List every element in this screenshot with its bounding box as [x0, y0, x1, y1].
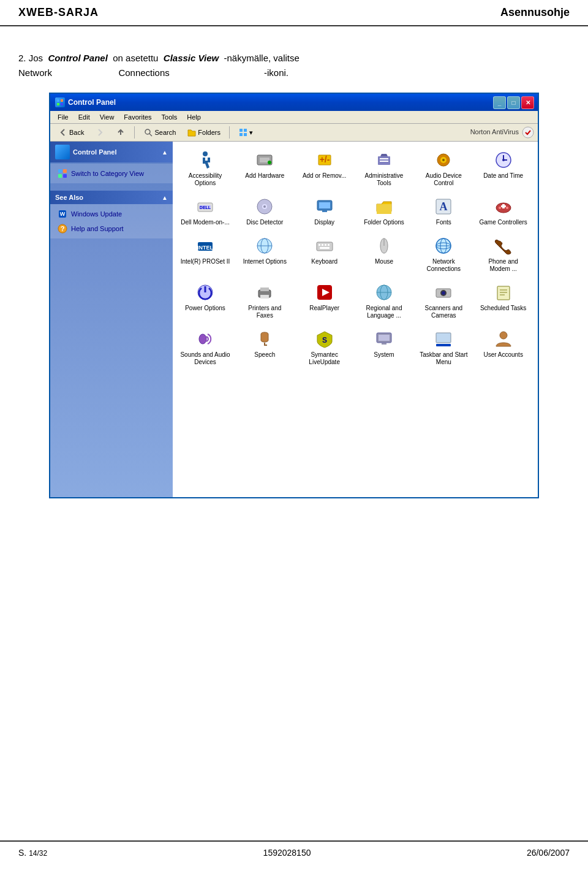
icon-item-17[interactable]: Phone and Modem ...	[476, 232, 531, 276]
instruction-ikoni: -ikoni.	[264, 67, 288, 78]
icon-item-10[interactable]: AFonts	[416, 193, 471, 230]
svg-rect-57	[318, 244, 320, 246]
icon-item-0[interactable]: Accessibility Options	[178, 147, 233, 191]
toolbar: Back Search Folders	[50, 124, 538, 142]
icon-label-18: Power Options	[185, 305, 225, 312]
icon-item-1[interactable]: Add Hardware	[237, 147, 292, 191]
icon-label-20: RealPlayer	[309, 305, 339, 312]
icon-item-16[interactable]: Network Connections	[416, 232, 471, 276]
svg-rect-3	[61, 103, 63, 105]
icon-item-11[interactable]: Game Controllers	[476, 193, 531, 230]
back-button[interactable]: Back	[54, 126, 88, 139]
icon-img-28	[434, 329, 453, 349]
icon-label-14: Keyboard	[311, 258, 337, 265]
icon-item-3[interactable]: Administrative Tools	[356, 147, 412, 191]
icon-item-8[interactable]: Display	[297, 193, 352, 230]
icon-item-9[interactable]: Folder Options	[356, 193, 412, 230]
menu-view[interactable]: View	[95, 112, 119, 122]
icon-item-20[interactable]: RealPlayer	[297, 279, 352, 323]
svg-rect-43	[322, 210, 327, 212]
icons-grid: Accessibility OptionsAdd Hardware+/-Add …	[178, 147, 533, 370]
svg-point-50	[506, 207, 508, 209]
icon-item-4[interactable]: Audio Device Control	[416, 147, 471, 191]
icons-panel: Accessibility OptionsAdd Hardware+/-Add …	[173, 142, 538, 497]
icon-label-2: Add or Remov...	[303, 172, 347, 180]
svg-point-40	[263, 205, 266, 208]
icon-item-29[interactable]: User Accounts	[476, 326, 531, 370]
icon-item-28[interactable]: Taskbar and Start Menu	[416, 326, 471, 370]
search-button[interactable]: Search	[139, 126, 180, 139]
menu-file[interactable]: File	[53, 112, 74, 122]
chevron-up-icon-2: ▲	[162, 194, 168, 201]
svg-rect-12	[63, 169, 67, 173]
see-also-header: See Also ▲	[50, 191, 173, 204]
icon-item-18[interactable]: Power Options	[178, 279, 233, 323]
windows-update-link[interactable]: W Windows Update	[50, 207, 173, 221]
icon-img-21	[374, 283, 394, 302]
switch-icon	[58, 169, 67, 178]
icon-item-6[interactable]: DELLDell Modem-on-...	[178, 193, 233, 230]
view-button[interactable]: ▾	[234, 126, 257, 139]
icon-item-14[interactable]: Keyboard	[297, 232, 352, 276]
svg-rect-2	[57, 103, 59, 105]
norton-label: Norton AntiVirus	[470, 126, 534, 139]
up-button[interactable]	[111, 126, 130, 139]
see-also-title: See Also	[55, 194, 83, 201]
svg-text:S: S	[322, 336, 327, 345]
icon-item-27[interactable]: System	[356, 326, 412, 370]
icon-item-23[interactable]: Scheduled Tasks	[476, 279, 531, 323]
svg-point-78	[442, 291, 445, 295]
icon-item-24[interactable]: Sounds and Audio Devices	[178, 326, 233, 370]
icon-item-19[interactable]: Printers and Faxes	[237, 279, 292, 323]
folders-button[interactable]: Folders	[183, 126, 225, 139]
svg-rect-58	[322, 244, 323, 246]
icon-item-22[interactable]: Scanners and Cameras	[416, 279, 471, 323]
svg-text:?: ?	[61, 225, 65, 232]
icon-label-22: Scanners and Cameras	[418, 305, 469, 319]
icon-item-26[interactable]: SSymantec LiveUpdate	[297, 326, 352, 370]
close-button[interactable]: ✕	[521, 96, 534, 109]
icon-img-17	[494, 236, 513, 256]
svg-rect-89	[436, 344, 451, 346]
switch-view-link[interactable]: Switch to Category View	[50, 166, 173, 181]
icon-item-13[interactable]: Internet Options	[237, 232, 292, 276]
icon-item-15[interactable]: Mouse	[356, 232, 412, 276]
forward-button[interactable]	[91, 126, 109, 139]
icon-label-7: Disc Detector	[246, 219, 283, 226]
minimize-button[interactable]: _	[493, 96, 506, 109]
menu-tools[interactable]: Tools	[157, 112, 183, 122]
instruction-part2: on asetettu	[113, 53, 158, 63]
instruction-text: 2. Jos Control Panel on asetettu Classic…	[18, 51, 570, 80]
icon-img-25	[255, 329, 274, 349]
window-icon	[55, 97, 65, 107]
toolbar-separator-2	[229, 126, 230, 139]
icon-item-25[interactable]: Speech	[237, 326, 292, 370]
footer-date: 26/06/2007	[527, 848, 570, 858]
page-content: 2. Jos Control Panel on asetettu Classic…	[0, 26, 588, 511]
icon-label-24: Sounds and Audio Devices	[180, 351, 230, 366]
maximize-button[interactable]: □	[507, 96, 520, 109]
svg-point-30	[442, 159, 445, 161]
svg-rect-88	[436, 333, 451, 343]
icon-item-2[interactable]: +/-Add or Remov...	[297, 147, 352, 191]
icon-label-8: Display	[314, 219, 334, 226]
icon-label-9: Folder Options	[364, 219, 404, 226]
icon-label-16: Network Connections	[418, 258, 469, 273]
icon-item-7[interactable]: Disc Detector	[237, 193, 292, 230]
footer-page: S. 14/32	[18, 848, 47, 858]
menu-help[interactable]: Help	[182, 112, 206, 122]
menu-favorites[interactable]: Favorites	[119, 112, 156, 122]
menu-edit[interactable]: Edit	[74, 112, 95, 122]
help-support-label: Help and Support	[71, 225, 124, 232]
menu-bar: File Edit View Favorites Tools Help	[50, 111, 538, 124]
svg-point-90	[500, 332, 507, 339]
icon-item-12[interactable]: INTELIntel(R) PROSet II	[178, 232, 233, 276]
help-support-link[interactable]: ? Help and Support	[50, 221, 173, 236]
icon-img-22	[434, 283, 453, 302]
icon-item-21[interactable]: Regional and Language ...	[356, 279, 412, 323]
icon-item-5[interactable]: Date and Time	[476, 147, 531, 191]
icon-img-23	[494, 283, 513, 302]
panel-title: Control Panel	[73, 148, 117, 156]
icon-img-24	[195, 329, 215, 349]
svg-text:+/-: +/-	[319, 154, 330, 164]
